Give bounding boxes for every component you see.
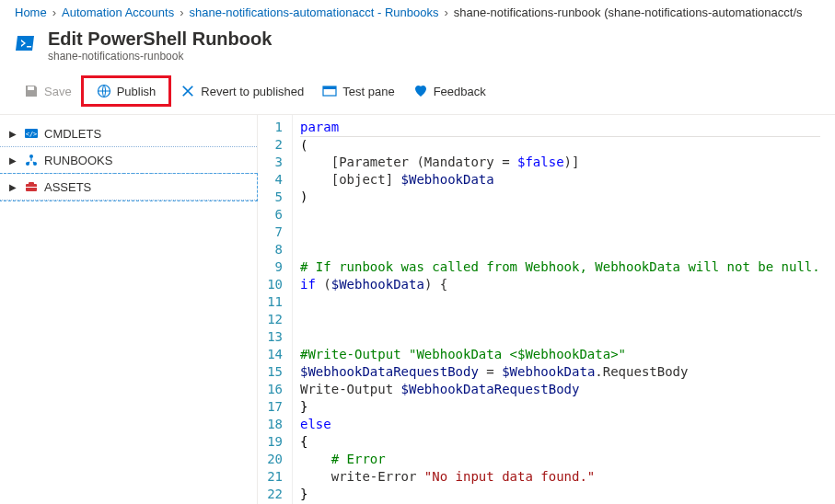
cmdlets-icon: </> [24,126,39,141]
line-number: 2 [263,136,283,154]
page-title: Edit PowerShell Runbook [48,29,272,50]
save-button[interactable]: Save [15,80,81,102]
line-number: 20 [263,451,283,468]
line-gutter: 12345678910111213141516171819202122 [258,115,293,504]
revert-button[interactable]: Revert to published [171,80,313,102]
sidebar-item-runbooks[interactable]: ▶ RUNBOOKS [0,147,257,173]
sidebar-item-label: CMDLETS [44,127,101,141]
main-content: ▶ </> CMDLETS ▶ RUNBOOKS ▶ [0,115,835,504]
publish-button[interactable]: Publish [87,80,166,102]
toolbar: Save Publish Revert to published Test pa… [0,72,835,115]
line-number: 12 [263,311,283,328]
chevron-right-icon: ▶ [9,129,18,139]
line-number: 16 [263,381,283,398]
sidebar-item-cmdlets[interactable]: ▶ </> CMDLETS [0,120,257,146]
line-number: 17 [263,398,283,416]
chevron-right-icon: ▶ [9,155,18,166]
svg-point-7 [29,155,33,158]
feedback-button[interactable]: Feedback [404,80,495,102]
code-area[interactable]: param( [Parameter (Mandatory = $false)] … [293,115,828,504]
code-line[interactable]: } [300,398,820,416]
sidebar-item-assets[interactable]: ▶ ASSETS [0,174,257,200]
breadcrumb-item[interactable]: Home [15,6,47,19]
test-pane-button[interactable]: Test pane [313,80,403,102]
code-line[interactable]: # If runbook was called from Webhook, We… [300,258,820,276]
line-number: 14 [263,346,283,363]
code-line[interactable]: ( [300,136,820,154]
code-line[interactable] [300,241,820,258]
svg-rect-10 [26,187,37,188]
publish-highlight-box: Publish [81,75,172,107]
sidebar-item-label: ASSETS [44,180,91,194]
powershell-icon [15,32,37,54]
code-line[interactable]: if ($WebhookData) { [300,276,820,293]
test-pane-icon [322,84,337,98]
breadcrumb: Home › Automation Accounts › shane-notif… [0,0,835,25]
line-number: 4 [263,171,283,189]
heart-icon [413,84,428,98]
breadcrumb-item[interactable]: Automation Accounts [62,6,174,19]
svg-rect-2 [323,86,336,89]
revert-label: Revert to published [201,85,304,98]
page-header: Edit PowerShell Runbook shane-notificati… [0,25,835,72]
code-line[interactable] [300,206,820,223]
line-number: 5 [263,189,283,206]
breadcrumb-item[interactable]: shane-notifications-automationacct - Run… [190,6,439,19]
chevron-right-icon: › [52,6,56,19]
code-line[interactable]: else [300,416,820,433]
chevron-right-icon: › [445,6,448,19]
code-line[interactable]: { [300,433,820,451]
line-number: 6 [263,206,283,223]
code-line[interactable]: } [300,486,820,503]
code-line[interactable]: Write-Output $WebhookDataRequestBody [300,381,820,398]
line-number: 9 [263,258,283,276]
code-line[interactable]: write-Error "No input data found." [300,468,820,486]
code-line[interactable]: ) [300,189,820,206]
feedback-label: Feedback [434,85,486,98]
save-label: Save [44,85,72,98]
code-line[interactable]: #Write-Output "WebhookData <$WebhookData… [300,346,820,363]
line-number: 1 [263,119,283,136]
test-pane-label: Test pane [342,85,394,98]
code-line[interactable]: # Error [300,451,820,468]
close-icon [180,84,195,98]
runbooks-icon [24,153,39,167]
page-subtitle: shane-notifications-runbook [48,50,272,63]
line-number: 21 [263,468,283,486]
line-number: 18 [263,416,283,433]
code-line[interactable]: $WebhookDataRequestBody = $WebhookData.R… [300,363,820,381]
line-number: 10 [263,276,283,293]
code-line[interactable]: [Parameter (Mandatory = $false)] [300,154,820,171]
svg-rect-9 [29,182,34,185]
line-number: 22 [263,486,283,503]
chevron-right-icon: › [180,6,183,19]
line-number: 7 [263,223,283,241]
sidebar: ▶ </> CMDLETS ▶ RUNBOOKS ▶ [0,115,258,504]
line-number: 3 [263,154,283,171]
publish-label: Publish [117,85,157,98]
code-line[interactable] [300,328,820,346]
chevron-right-icon: ▶ [9,182,18,192]
line-number: 8 [263,241,283,258]
save-icon [24,84,39,98]
code-line[interactable] [300,223,820,241]
line-number: 19 [263,433,283,451]
code-line[interactable]: param [300,119,820,136]
code-line[interactable] [300,293,820,311]
globe-icon [97,84,111,98]
code-editor[interactable]: 12345678910111213141516171819202122 para… [258,115,835,504]
line-number: 11 [263,293,283,311]
assets-icon [24,179,39,194]
sidebar-item-label: RUNBOOKS [44,154,112,167]
breadcrumb-item-current: shane-notifications-runbook (shane-notif… [454,6,803,19]
line-number: 13 [263,328,283,346]
code-line[interactable]: [object] $WebhookData [300,171,820,189]
svg-text:</>: </> [26,131,38,138]
line-number: 15 [263,363,283,381]
code-line[interactable] [300,311,820,328]
